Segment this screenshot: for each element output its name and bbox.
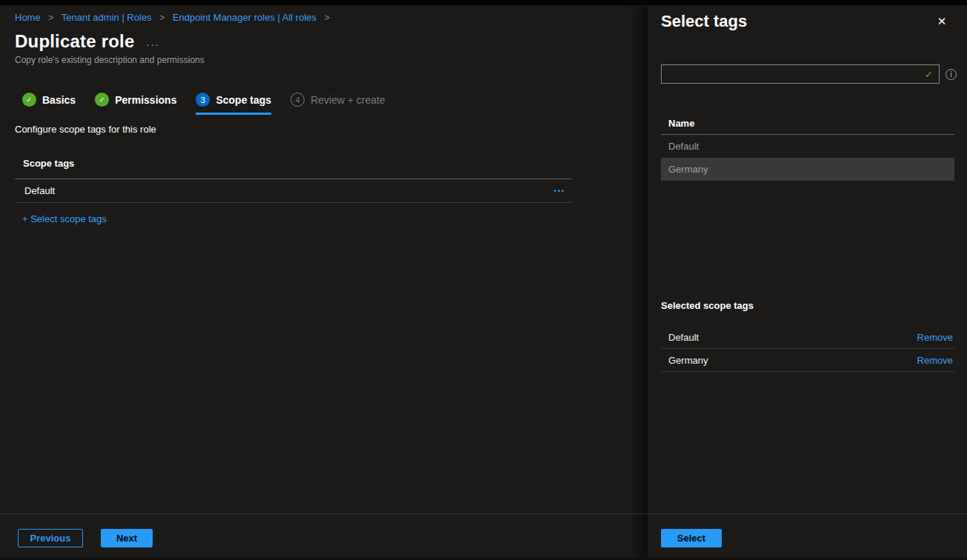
- step-instruction-text: Configure scope tags for this role: [15, 124, 156, 135]
- selected-tag-name: Default: [668, 332, 699, 343]
- close-icon[interactable]: ✕: [934, 13, 950, 30]
- tag-name: Default: [668, 141, 699, 152]
- breadcrumb-link-endpoint-manager-roles[interactable]: Endpoint Manager roles | All roles: [173, 12, 316, 23]
- tag-name: Germany: [668, 164, 708, 175]
- step-complete-check-icon: ✓: [95, 93, 109, 107]
- tab-basics[interactable]: ✓ Basics: [22, 93, 76, 115]
- step-complete-check-icon: ✓: [22, 93, 36, 107]
- select-scope-tags-link[interactable]: + Select scope tags: [22, 213, 107, 224]
- footer-divider: [0, 513, 967, 514]
- list-item-germany-selected[interactable]: Germany: [661, 158, 954, 181]
- name-column-header: Name: [668, 118, 694, 129]
- page-subtitle: Copy role's existing description and per…: [15, 55, 205, 65]
- breadcrumb-separator: >: [325, 13, 330, 23]
- tab-review-create-label: Review + create: [310, 94, 385, 106]
- next-button[interactable]: Next: [101, 529, 153, 547]
- breadcrumb-link-tenant-admin-roles[interactable]: Tenant admin | Roles: [62, 12, 152, 23]
- tab-permissions-label: Permissions: [115, 94, 176, 106]
- tab-basics-label: Basics: [42, 94, 76, 106]
- tab-scope-tags-label: Scope tags: [216, 94, 271, 106]
- step-number-badge: 4: [290, 93, 305, 107]
- window-top-edge: [0, 0, 967, 5]
- step-number-badge: 3: [196, 93, 210, 107]
- valid-check-icon: ✓: [925, 69, 933, 80]
- previous-button[interactable]: Previous: [18, 529, 83, 547]
- remove-link[interactable]: Remove: [917, 355, 953, 366]
- table-row: Default Remove: [661, 326, 954, 349]
- select-button[interactable]: Select: [661, 529, 722, 547]
- main-content-area: Home > Tenant admin | Roles > Endpoint M…: [0, 5, 648, 560]
- select-tags-panel: Select tags ✕ ✓ i Name Default Germany S…: [648, 5, 967, 560]
- remove-link[interactable]: Remove: [917, 332, 953, 343]
- tag-search-input[interactable]: [662, 65, 925, 83]
- wizard-steps: ✓ Basics ✓ Permissions 3 Scope tags 4 Re…: [22, 93, 385, 115]
- scope-tag-name: Default: [24, 185, 55, 196]
- tag-search-field: ✓: [661, 64, 940, 84]
- table-row: Germany Remove: [661, 349, 954, 372]
- scope-tags-column-header: Scope tags: [15, 152, 572, 179]
- breadcrumb-separator: >: [48, 13, 53, 23]
- table-row[interactable]: Default •••: [15, 179, 572, 203]
- breadcrumb: Home > Tenant admin | Roles > Endpoint M…: [15, 12, 335, 23]
- info-icon[interactable]: i: [946, 69, 957, 80]
- tab-review-create[interactable]: 4 Review + create: [290, 93, 385, 115]
- selected-scope-tags-header: Selected scope tags: [661, 300, 754, 311]
- selected-scope-tags-list: Default Remove Germany Remove: [661, 326, 954, 372]
- breadcrumb-separator: >: [159, 13, 165, 23]
- list-item-default[interactable]: Default: [661, 135, 954, 158]
- tab-scope-tags[interactable]: 3 Scope tags: [196, 93, 271, 115]
- tab-permissions[interactable]: ✓ Permissions: [95, 93, 176, 115]
- page-title: Duplicate role: [15, 31, 135, 52]
- breadcrumb-link-home[interactable]: Home: [15, 12, 41, 23]
- row-context-menu-icon[interactable]: •••: [554, 187, 565, 195]
- selected-tag-name: Germany: [668, 355, 708, 366]
- scope-tags-table: Scope tags Default •••: [15, 152, 572, 203]
- title-context-menu-icon[interactable]: ···: [146, 38, 159, 50]
- panel-title: Select tags: [661, 12, 747, 31]
